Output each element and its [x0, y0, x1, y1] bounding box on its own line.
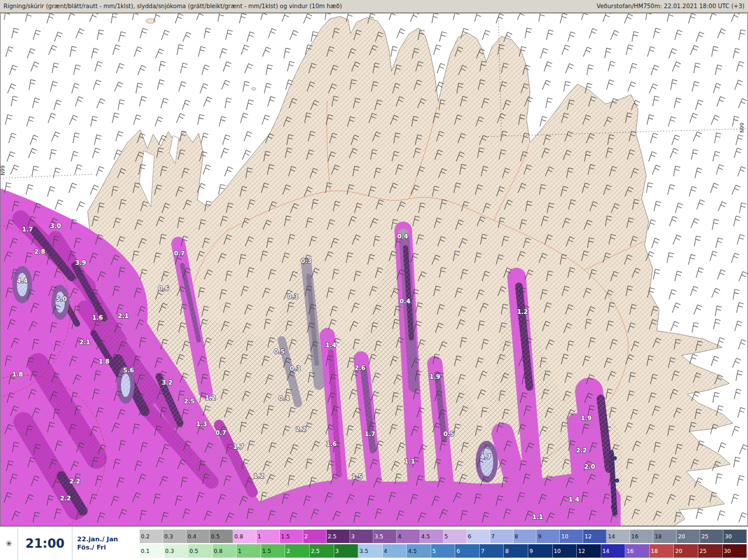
legend-bar: ✳ 21:00 22.jan./ Jan Fös./ Fri 0.20.30.4…: [0, 526, 748, 560]
legend-cell: 20: [677, 530, 700, 543]
legend-cell: 1.5: [261, 544, 286, 558]
precip-value-label: 4.4: [17, 277, 28, 284]
legend-cell: 5: [444, 530, 467, 543]
legend-cell: 1: [237, 544, 261, 558]
graticule-label: N99: [0, 165, 6, 175]
legend-cell: 3.5: [358, 544, 383, 558]
precip-value-label: 4.7: [480, 453, 491, 460]
legend-cell: 6: [467, 530, 490, 543]
legend-cell: 18: [650, 544, 674, 558]
precip-value-label: 0.7: [174, 250, 185, 257]
precip-value-label: 1.2: [205, 394, 216, 401]
legend-cell: 8: [504, 544, 528, 558]
legend-cell: 2: [285, 544, 310, 558]
color-scales: 0.20.30.40.50.811.522.533.544.5567891012…: [136, 527, 748, 560]
legend-cell: 1: [257, 530, 280, 543]
precip-value-label: 2.8: [34, 248, 46, 255]
precip-value-label: 2.0: [584, 463, 595, 470]
legend-cell: 0.3: [163, 530, 186, 543]
precip-value-label: 1.6: [326, 440, 337, 447]
legend-cell: 25: [700, 530, 723, 543]
legend-cell: 4.5: [420, 530, 444, 543]
legend-cell: 4: [397, 530, 420, 543]
precip-value-label: 1.9: [581, 414, 592, 421]
precip-value-label: 1.1: [532, 513, 543, 520]
precip-value-label: 1.4: [325, 341, 337, 348]
precip-value-label: 0.5: [274, 348, 285, 355]
precip-value-label: 1.8: [99, 358, 110, 365]
legend-cell: 16: [625, 544, 650, 558]
legend-cell: 14: [607, 530, 630, 543]
legend-cell: 4: [383, 544, 407, 558]
precip-value-label: 2.2: [296, 426, 307, 433]
precip-value-label: 2.2: [60, 495, 71, 502]
precip-value-label: 0.3: [288, 293, 299, 300]
legend-cell: 0.3: [164, 544, 189, 558]
precip-value-label: 1.7: [233, 443, 244, 450]
precip-value-label: 2.2: [576, 447, 587, 454]
legend-cell: 3.5: [373, 530, 397, 543]
valid-date: 22.jan./ Jan Fös./ Fri: [72, 527, 136, 560]
legend-cell: 12: [577, 544, 601, 558]
legend-cell: 3: [334, 544, 359, 558]
precip-value-label: 1.5: [352, 473, 363, 480]
legend-cell: 14: [601, 544, 626, 558]
legend-cell: 10: [553, 544, 577, 558]
legend-cell: 9: [536, 530, 560, 543]
precip-value-label: 1.4: [569, 496, 580, 503]
legend-cell: 0.4: [186, 530, 210, 543]
legend-cell: 10: [560, 530, 583, 543]
precip-value-label: 5.6: [123, 367, 134, 374]
precip-value-label: 1.7: [365, 430, 376, 437]
precip-value-label: 3.2: [162, 379, 173, 386]
map-header: Rigning/skúrir (grænt/blátt/rautt - mm/1…: [0, 0, 748, 13]
date-line-2: Fös./ Fri: [77, 544, 106, 552]
precip-value-label: 1.7: [22, 226, 33, 233]
legend-cell: 0.5: [210, 530, 233, 543]
legend-cell: 0.5: [188, 544, 213, 558]
legend-cell: 0.2: [140, 530, 163, 543]
legend-cell: 30: [723, 544, 747, 558]
precip-value-label: 0.3: [290, 365, 301, 372]
legend-cell: 7: [490, 530, 514, 543]
weather-map-canvas: 1.73.02.83.94.45.01.62.12.11.81.85.63.22…: [0, 13, 748, 526]
legend-cell: 18: [653, 530, 677, 543]
island: [252, 88, 256, 91]
precip-value-label: 2.2: [70, 478, 81, 485]
legend-cell: 8: [514, 530, 537, 543]
valid-time: 21:00: [18, 527, 72, 560]
legend-cell: 2.5: [327, 530, 350, 543]
snowflake-icon: ✳: [0, 527, 18, 560]
map-attribution: Veðurstofan/HM750m: 22.01.2021 18:00 UTC…: [597, 3, 744, 9]
precip-value-label: 1.1: [404, 458, 415, 465]
precip-value-label: 2.1: [118, 312, 129, 319]
legend-cell: 1.5: [280, 530, 303, 543]
graticule-label: N99: [739, 123, 745, 133]
legend-cell: 25: [698, 544, 723, 558]
legend-cell: 3: [350, 530, 373, 543]
legend-cell: 0.1: [140, 544, 164, 558]
precip-value-label: 1.3: [196, 420, 207, 427]
legend-cell: 4.5: [407, 544, 431, 558]
legend-cell: 5: [431, 544, 456, 558]
precip-value-label: 2.6: [355, 364, 366, 371]
precip-value-label: 0.4: [400, 298, 411, 305]
precip-value-label: 0.5: [444, 430, 455, 437]
precip-value-label: 2.5: [184, 397, 195, 405]
precip-value-label: 0.7: [216, 429, 227, 436]
legend-cell: 0.8: [233, 530, 257, 543]
precip-value-label: 0.6: [158, 285, 169, 292]
precip-value-label: 0.3: [301, 257, 312, 264]
legend-cell: 6: [455, 544, 480, 558]
legend-cell: 2: [303, 530, 327, 543]
map-title: Rigning/skúrir (grænt/blátt/rautt - mm/1…: [4, 3, 342, 9]
legend-cell: 16: [630, 530, 653, 543]
precip-value-label: 1.6: [92, 314, 103, 321]
legend-cell: 9: [528, 544, 553, 558]
weather-forecast-page: Rigning/skúrir (grænt/blátt/rautt - mm/1…: [0, 0, 748, 560]
legend-cell: 0.8: [213, 544, 237, 558]
precip-value-label: 1.2: [517, 308, 528, 315]
precip-value-label: 1.8: [12, 371, 23, 378]
rain-scale: 0.10.30.50.811.522.533.544.5567891012141…: [140, 544, 747, 558]
precip-value-label: 0.4: [397, 233, 408, 240]
